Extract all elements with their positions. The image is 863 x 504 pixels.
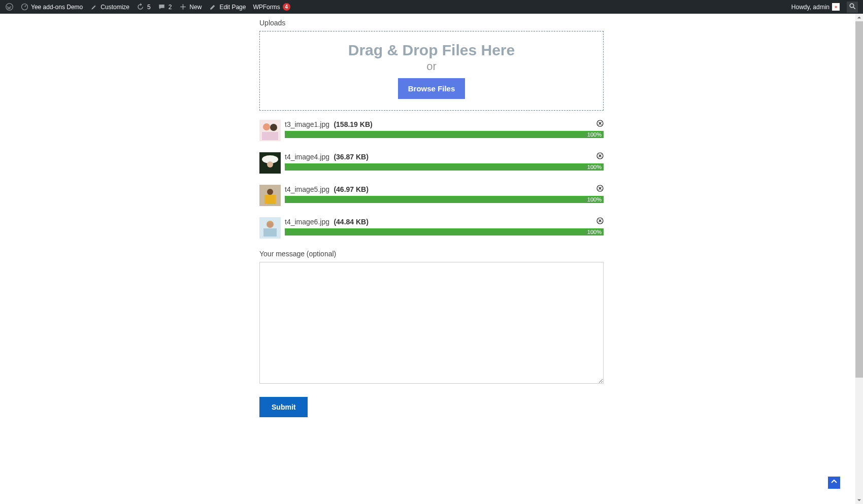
- svg-point-13: [267, 189, 273, 195]
- upload-progress-bar: 100%: [285, 228, 604, 236]
- remove-file-button[interactable]: [596, 185, 604, 192]
- new-menu[interactable]: New: [179, 3, 202, 11]
- comments-count: 2: [169, 4, 172, 11]
- upload-progress-label: 100%: [587, 131, 604, 138]
- upload-info: t3_image1.jpg (158.19 KB) 100%: [285, 120, 604, 138]
- upload-header: t4_image6.jpg (44.84 KB): [285, 217, 604, 226]
- scrollbar-track[interactable]: [855, 21, 863, 438]
- svg-rect-18: [263, 228, 277, 237]
- upload-progress-bar: 100%: [285, 163, 604, 171]
- dropzone-or: or: [265, 60, 598, 73]
- svg-point-4: [263, 123, 270, 130]
- wordpress-icon: [5, 3, 13, 11]
- customize-label: Customize: [101, 4, 129, 11]
- svg-point-10: [267, 161, 273, 167]
- comment-icon: [158, 3, 166, 11]
- wpforms-menu[interactable]: WPForms 4: [253, 3, 290, 11]
- dashboard-icon: [20, 3, 28, 11]
- upload-filesize: (46.97 KB): [334, 185, 368, 193]
- howdy-menu[interactable]: Howdy, admin ✶: [791, 3, 840, 11]
- upload-row: t4_image6.jpg (44.84 KB) 100%: [259, 217, 604, 239]
- site-name-menu[interactable]: Yee add-ons Demo: [20, 3, 83, 11]
- plus-icon: [179, 3, 187, 11]
- upload-header: t4_image5.jpg (46.97 KB): [285, 185, 604, 194]
- scrollbar-thumb[interactable]: [855, 21, 863, 378]
- upload-progress-bar: 100%: [285, 131, 604, 138]
- edit-page-label: Edit Page: [219, 4, 246, 11]
- svg-point-5: [270, 124, 277, 131]
- upload-row: t4_image5.jpg (46.97 KB) 100%: [259, 185, 604, 206]
- upload-row: t3_image1.jpg (158.19 KB) 100%: [259, 120, 604, 141]
- updates-count: 5: [147, 4, 151, 11]
- file-dropzone[interactable]: Drag & Drop Files Here or Browse Files: [259, 31, 604, 111]
- upload-progress-label: 100%: [587, 164, 604, 170]
- admin-bar-left: Yee add-ons Demo Customize 5 2 New: [5, 3, 290, 11]
- upload-filename: t4_image6.jpg: [285, 218, 329, 226]
- upload-info: t4_image4.jpg (36.87 KB) 100%: [285, 152, 604, 171]
- scroll-up-arrow[interactable]: [855, 14, 863, 21]
- svg-rect-14: [264, 195, 276, 204]
- remove-file-button[interactable]: [596, 152, 604, 159]
- admin-bar-right: Howdy, admin ✶: [791, 2, 858, 13]
- message-label: Your message (optional): [259, 250, 604, 258]
- upload-info: t4_image6.jpg (44.84 KB) 100%: [285, 217, 604, 236]
- pencil-icon: [209, 3, 217, 11]
- refresh-icon: [137, 3, 145, 11]
- admin-search-button[interactable]: [847, 2, 858, 13]
- upload-thumbnail: [259, 152, 281, 174]
- brush-icon: [90, 3, 98, 11]
- upload-row: t4_image4.jpg (36.87 KB) 100%: [259, 152, 604, 174]
- upload-progress-label: 100%: [587, 229, 604, 235]
- upload-filesize: (36.87 KB): [334, 153, 368, 161]
- upload-info: t4_image5.jpg (46.97 KB) 100%: [285, 185, 604, 203]
- svg-rect-6: [262, 132, 278, 140]
- uploads-label: Uploads: [259, 19, 604, 27]
- howdy-label: Howdy, admin: [791, 4, 829, 11]
- upload-filename: t3_image1.jpg: [285, 120, 329, 128]
- upload-filename: t4_image5.jpg: [285, 185, 329, 193]
- remove-file-button[interactable]: [596, 120, 604, 127]
- wpforms-badge: 4: [283, 3, 290, 11]
- upload-thumbnail: [259, 120, 281, 141]
- upload-thumbnail: [259, 217, 281, 239]
- customize-menu[interactable]: Customize: [90, 3, 129, 11]
- dropzone-title: Drag & Drop Files Here: [265, 42, 598, 59]
- upload-header: t4_image4.jpg (36.87 KB): [285, 152, 604, 161]
- edit-page-menu[interactable]: Edit Page: [209, 3, 246, 11]
- upload-header: t3_image1.jpg (158.19 KB): [285, 120, 604, 129]
- wp-admin-bar: Yee add-ons Demo Customize 5 2 New: [0, 0, 863, 14]
- search-icon: [849, 3, 856, 12]
- updates-menu[interactable]: 5: [137, 3, 151, 11]
- browse-files-button[interactable]: Browse Files: [398, 78, 466, 99]
- svg-point-2: [850, 4, 854, 8]
- wpforms-label: WPForms: [253, 4, 280, 11]
- upload-progress-bar: 100%: [285, 196, 604, 203]
- message-textarea[interactable]: [259, 262, 604, 384]
- upload-thumbnail: [259, 185, 281, 206]
- upload-progress-label: 100%: [587, 196, 604, 203]
- upload-filesize: (158.19 KB): [334, 120, 372, 128]
- avatar: ✶: [832, 3, 840, 11]
- form-content: Uploads Drag & Drop Files Here or Browse…: [259, 14, 604, 438]
- upload-filename: t4_image4.jpg: [285, 153, 329, 161]
- scrollbar[interactable]: [855, 14, 863, 438]
- wp-logo-menu[interactable]: [5, 3, 13, 11]
- submit-button[interactable]: Submit: [259, 397, 308, 417]
- new-label: New: [189, 4, 202, 11]
- upload-filesize: (44.84 KB): [334, 218, 368, 226]
- remove-file-button[interactable]: [596, 217, 604, 224]
- site-name-label: Yee add-ons Demo: [31, 4, 83, 11]
- comments-menu[interactable]: 2: [158, 3, 172, 11]
- svg-point-0: [6, 4, 13, 11]
